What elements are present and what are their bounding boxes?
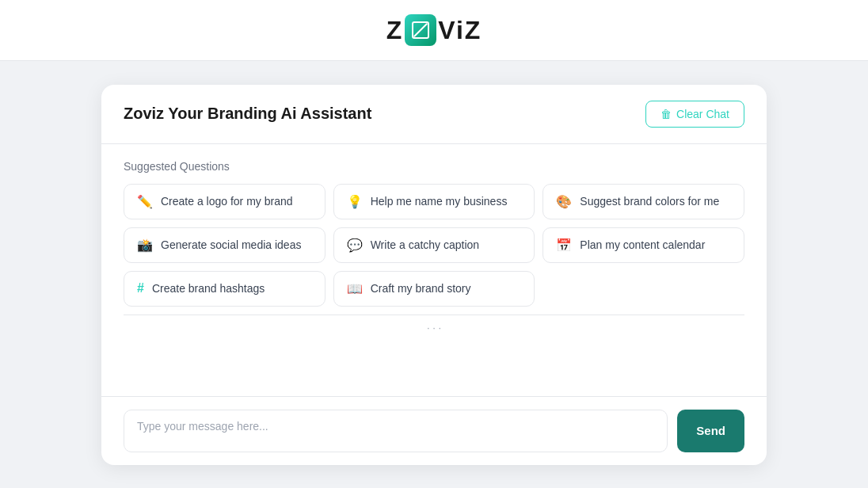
bulb-icon: 💡 xyxy=(347,194,363,209)
clear-chat-button[interactable]: 🗑 Clear Chat xyxy=(645,101,744,128)
suggestion-card-7[interactable]: # Create brand hashtags xyxy=(124,271,326,307)
suggestion-label-4: Generate social media ideas xyxy=(161,238,301,251)
chat-input-area: Send xyxy=(101,396,767,465)
send-label: Send xyxy=(696,424,725,437)
palette-icon: 🎨 xyxy=(556,194,572,209)
camera-icon: 📸 xyxy=(137,238,153,253)
suggestion-card-6[interactable]: 📅 Plan my content calendar xyxy=(542,227,744,263)
pencil-icon: ✏️ xyxy=(137,194,153,209)
app-header: Z ViZ xyxy=(0,0,868,61)
chat-bubble-icon: 💬 xyxy=(347,238,363,253)
suggestion-card-1[interactable]: ✏️ Create a logo for my brand xyxy=(124,184,326,219)
message-input[interactable] xyxy=(124,410,668,452)
suggestion-card-5[interactable]: 💬 Write a catchy caption xyxy=(333,227,535,263)
chat-container: Zoviz Your Branding Ai Assistant 🗑 Clear… xyxy=(101,85,767,465)
logo: Z ViZ xyxy=(386,14,482,46)
trash-icon: 🗑 xyxy=(661,108,672,120)
suggestion-card-8[interactable]: 📖 Craft my brand story xyxy=(333,271,535,307)
suggestion-label-3: Suggest brand colors for me xyxy=(580,195,719,208)
calendar-icon: 📅 xyxy=(556,238,572,253)
suggestion-label-1: Create a logo for my brand xyxy=(161,195,293,208)
logo-text-viz: ViZ xyxy=(438,16,482,45)
suggestion-label-8: Craft my brand story xyxy=(371,282,471,295)
suggested-questions-label: Suggested Questions xyxy=(124,160,744,173)
hashtag-icon: # xyxy=(137,281,144,295)
logo-text-z: Z xyxy=(386,16,404,45)
clear-chat-label: Clear Chat xyxy=(676,108,729,120)
partial-message: · · · xyxy=(124,315,744,337)
chat-body: Suggested Questions ✏️ Create a logo for… xyxy=(101,144,767,396)
book-icon: 📖 xyxy=(347,281,363,296)
main-content: Zoviz Your Branding Ai Assistant 🗑 Clear… xyxy=(0,61,868,488)
chat-title: Zoviz Your Branding Ai Assistant xyxy=(124,105,371,123)
suggestion-label-7: Create brand hashtags xyxy=(152,282,265,295)
suggestion-card-2[interactable]: 💡 Help me name my business xyxy=(333,184,535,219)
suggestion-label-2: Help me name my business xyxy=(371,195,508,208)
suggestion-card-3[interactable]: 🎨 Suggest brand colors for me xyxy=(542,184,744,219)
suggestion-card-4[interactable]: 📸 Generate social media ideas xyxy=(124,227,326,263)
suggestion-label-6: Plan my content calendar xyxy=(580,238,705,251)
send-button[interactable]: Send xyxy=(677,410,744,452)
logo-icon-inner xyxy=(412,21,429,39)
chat-header: Zoviz Your Branding Ai Assistant 🗑 Clear… xyxy=(101,85,767,144)
suggestions-grid: ✏️ Create a logo for my brand 💡 Help me … xyxy=(124,184,744,307)
suggestion-label-5: Write a catchy caption xyxy=(371,238,479,251)
logo-icon xyxy=(405,14,436,46)
